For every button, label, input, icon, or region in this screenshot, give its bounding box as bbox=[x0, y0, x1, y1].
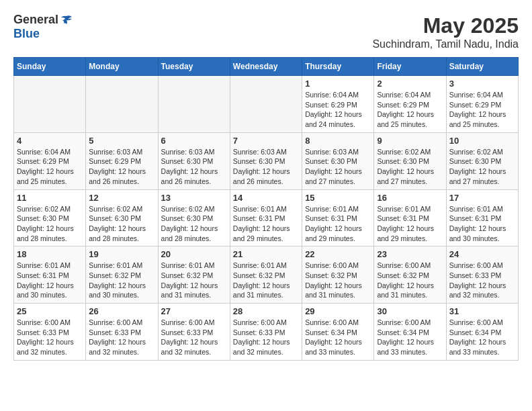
calendar-cell: 12Sunrise: 6:02 AM Sunset: 6:30 PM Dayli… bbox=[86, 189, 158, 246]
calendar-cell: 19Sunrise: 6:01 AM Sunset: 6:32 PM Dayli… bbox=[86, 246, 158, 304]
header-cell-monday: Monday bbox=[86, 58, 158, 76]
day-number: 12 bbox=[89, 193, 154, 203]
day-number: 2 bbox=[377, 79, 443, 89]
cell-content: Sunrise: 6:00 AM Sunset: 6:33 PM Dayligh… bbox=[161, 318, 227, 357]
calendar-cell: 20Sunrise: 6:01 AM Sunset: 6:32 PM Dayli… bbox=[158, 246, 230, 304]
cell-content: Sunrise: 6:01 AM Sunset: 6:31 PM Dayligh… bbox=[233, 204, 299, 244]
cell-content: Sunrise: 6:01 AM Sunset: 6:32 PM Dayligh… bbox=[161, 261, 227, 300]
calendar-cell: 11Sunrise: 6:02 AM Sunset: 6:30 PM Dayli… bbox=[14, 189, 86, 246]
calendar-cell: 3Sunrise: 6:04 AM Sunset: 6:29 PM Daylig… bbox=[446, 76, 518, 133]
week-row-4: 18Sunrise: 6:01 AM Sunset: 6:31 PM Dayli… bbox=[14, 246, 519, 304]
subtitle: Suchindram, Tamil Nadu, India bbox=[372, 38, 519, 50]
day-number: 9 bbox=[377, 136, 443, 146]
day-number: 8 bbox=[305, 136, 371, 146]
day-number: 30 bbox=[377, 306, 443, 316]
cell-content: Sunrise: 6:00 AM Sunset: 6:32 PM Dayligh… bbox=[377, 261, 443, 300]
calendar-cell: 26Sunrise: 6:00 AM Sunset: 6:33 PM Dayli… bbox=[86, 304, 158, 361]
main-title: May 2025 bbox=[372, 13, 519, 38]
week-row-1: 1Sunrise: 6:04 AM Sunset: 6:29 PM Daylig… bbox=[14, 76, 519, 133]
cell-content: Sunrise: 6:01 AM Sunset: 6:31 PM Dayligh… bbox=[449, 204, 515, 244]
cell-content: Sunrise: 6:02 AM Sunset: 6:30 PM Dayligh… bbox=[377, 147, 443, 187]
header: General Blue May 2025 Suchindram, Tamil … bbox=[13, 13, 519, 50]
cell-content: Sunrise: 6:03 AM Sunset: 6:30 PM Dayligh… bbox=[161, 147, 227, 187]
day-number: 11 bbox=[17, 193, 83, 203]
cell-content: Sunrise: 6:00 AM Sunset: 6:32 PM Dayligh… bbox=[305, 261, 371, 300]
header-cell-sunday: Sunday bbox=[14, 58, 86, 76]
calendar-cell: 1Sunrise: 6:04 AM Sunset: 6:29 PM Daylig… bbox=[302, 76, 374, 133]
cell-content: Sunrise: 6:04 AM Sunset: 6:29 PM Dayligh… bbox=[17, 147, 83, 187]
cell-content: Sunrise: 6:02 AM Sunset: 6:30 PM Dayligh… bbox=[449, 147, 515, 187]
cell-content: Sunrise: 6:00 AM Sunset: 6:33 PM Dayligh… bbox=[449, 261, 515, 300]
day-number: 5 bbox=[89, 136, 154, 146]
calendar-cell bbox=[86, 76, 158, 133]
cell-content: Sunrise: 6:01 AM Sunset: 6:32 PM Dayligh… bbox=[233, 261, 299, 300]
calendar-cell: 16Sunrise: 6:01 AM Sunset: 6:31 PM Dayli… bbox=[374, 189, 446, 246]
calendar-cell: 28Sunrise: 6:00 AM Sunset: 6:33 PM Dayli… bbox=[230, 304, 302, 361]
calendar-cell: 6Sunrise: 6:03 AM Sunset: 6:30 PM Daylig… bbox=[158, 132, 230, 189]
header-cell-tuesday: Tuesday bbox=[158, 58, 230, 76]
calendar-cell: 21Sunrise: 6:01 AM Sunset: 6:32 PM Dayli… bbox=[230, 246, 302, 304]
calendar-cell: 5Sunrise: 6:03 AM Sunset: 6:29 PM Daylig… bbox=[86, 132, 158, 189]
header-cell-saturday: Saturday bbox=[446, 58, 518, 76]
cell-content: Sunrise: 6:04 AM Sunset: 6:29 PM Dayligh… bbox=[305, 90, 371, 130]
calendar-cell bbox=[230, 76, 302, 133]
calendar-cell: 25Sunrise: 6:00 AM Sunset: 6:33 PM Dayli… bbox=[14, 304, 86, 361]
day-number: 16 bbox=[377, 193, 443, 203]
calendar-cell: 18Sunrise: 6:01 AM Sunset: 6:31 PM Dayli… bbox=[14, 246, 86, 304]
day-number: 31 bbox=[449, 306, 515, 316]
calendar-body: 1Sunrise: 6:04 AM Sunset: 6:29 PM Daylig… bbox=[14, 76, 519, 361]
cell-content: Sunrise: 6:00 AM Sunset: 6:33 PM Dayligh… bbox=[233, 318, 299, 357]
calendar-table: SundayMondayTuesdayWednesdayThursdayFrid… bbox=[13, 57, 519, 361]
cell-content: Sunrise: 6:00 AM Sunset: 6:34 PM Dayligh… bbox=[449, 318, 515, 357]
cell-content: Sunrise: 6:02 AM Sunset: 6:30 PM Dayligh… bbox=[17, 204, 83, 244]
calendar-cell: 13Sunrise: 6:02 AM Sunset: 6:30 PM Dayli… bbox=[158, 189, 230, 246]
cell-content: Sunrise: 6:03 AM Sunset: 6:30 PM Dayligh… bbox=[233, 147, 299, 187]
logo-wordmark: General Blue bbox=[13, 13, 73, 41]
logo-blue: Blue bbox=[13, 27, 40, 40]
week-row-3: 11Sunrise: 6:02 AM Sunset: 6:30 PM Dayli… bbox=[14, 189, 519, 246]
calendar-cell: 30Sunrise: 6:00 AM Sunset: 6:34 PM Dayli… bbox=[374, 304, 446, 361]
day-number: 19 bbox=[89, 249, 154, 259]
cell-content: Sunrise: 6:04 AM Sunset: 6:29 PM Dayligh… bbox=[449, 90, 515, 130]
logo-general: General bbox=[13, 13, 58, 26]
calendar-cell: 17Sunrise: 6:01 AM Sunset: 6:31 PM Dayli… bbox=[446, 189, 518, 246]
day-number: 24 bbox=[449, 249, 515, 259]
day-number: 28 bbox=[233, 306, 299, 316]
calendar-cell: 27Sunrise: 6:00 AM Sunset: 6:33 PM Dayli… bbox=[158, 304, 230, 361]
logo-bird-icon bbox=[60, 14, 73, 28]
header-row: SundayMondayTuesdayWednesdayThursdayFrid… bbox=[14, 58, 519, 76]
cell-content: Sunrise: 6:02 AM Sunset: 6:30 PM Dayligh… bbox=[89, 204, 154, 244]
day-number: 15 bbox=[305, 193, 371, 203]
day-number: 1 bbox=[305, 79, 371, 89]
header-cell-friday: Friday bbox=[374, 58, 446, 76]
day-number: 17 bbox=[449, 193, 515, 203]
day-number: 18 bbox=[17, 249, 83, 259]
calendar-cell bbox=[14, 76, 86, 133]
day-number: 29 bbox=[305, 306, 371, 316]
cell-content: Sunrise: 6:01 AM Sunset: 6:31 PM Dayligh… bbox=[305, 204, 371, 244]
day-number: 25 bbox=[17, 306, 83, 316]
week-row-5: 25Sunrise: 6:00 AM Sunset: 6:33 PM Dayli… bbox=[14, 304, 519, 361]
day-number: 7 bbox=[233, 136, 299, 146]
calendar-cell: 15Sunrise: 6:01 AM Sunset: 6:31 PM Dayli… bbox=[302, 189, 374, 246]
cell-content: Sunrise: 6:02 AM Sunset: 6:30 PM Dayligh… bbox=[161, 204, 227, 244]
cell-content: Sunrise: 6:00 AM Sunset: 6:34 PM Dayligh… bbox=[377, 318, 443, 357]
day-number: 23 bbox=[377, 249, 443, 259]
cell-content: Sunrise: 6:01 AM Sunset: 6:31 PM Dayligh… bbox=[17, 261, 83, 300]
day-number: 13 bbox=[161, 193, 227, 203]
cell-content: Sunrise: 6:01 AM Sunset: 6:31 PM Dayligh… bbox=[377, 204, 443, 244]
cell-content: Sunrise: 6:03 AM Sunset: 6:29 PM Dayligh… bbox=[89, 147, 154, 187]
cell-content: Sunrise: 6:00 AM Sunset: 6:33 PM Dayligh… bbox=[89, 318, 154, 357]
day-number: 10 bbox=[449, 136, 515, 146]
calendar-cell: 8Sunrise: 6:03 AM Sunset: 6:30 PM Daylig… bbox=[302, 132, 374, 189]
calendar-cell: 9Sunrise: 6:02 AM Sunset: 6:30 PM Daylig… bbox=[374, 132, 446, 189]
calendar-header: SundayMondayTuesdayWednesdayThursdayFrid… bbox=[14, 58, 519, 76]
calendar-cell: 23Sunrise: 6:00 AM Sunset: 6:32 PM Dayli… bbox=[374, 246, 446, 304]
day-number: 22 bbox=[305, 249, 371, 259]
day-number: 20 bbox=[161, 249, 227, 259]
calendar-cell: 4Sunrise: 6:04 AM Sunset: 6:29 PM Daylig… bbox=[14, 132, 86, 189]
calendar-cell: 29Sunrise: 6:00 AM Sunset: 6:34 PM Dayli… bbox=[302, 304, 374, 361]
cell-content: Sunrise: 6:00 AM Sunset: 6:34 PM Dayligh… bbox=[305, 318, 371, 357]
calendar-cell: 22Sunrise: 6:00 AM Sunset: 6:32 PM Dayli… bbox=[302, 246, 374, 304]
cell-content: Sunrise: 6:00 AM Sunset: 6:33 PM Dayligh… bbox=[17, 318, 83, 357]
